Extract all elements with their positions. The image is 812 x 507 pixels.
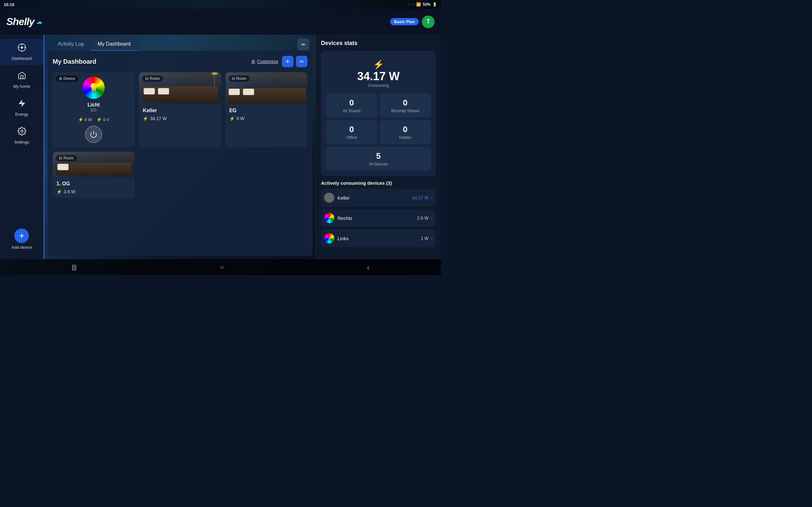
licht-power-button[interactable] (85, 126, 102, 143)
eg-power-icon: ⚡ (229, 116, 235, 121)
keller-badge: ⊟ Room (142, 75, 163, 82)
menu-icon: ||| (72, 264, 77, 271)
licht-power: 0 W (85, 117, 92, 122)
room-icon-eg-badge: ⊟ (232, 76, 235, 81)
stat-box-recently-shared: 0 Recently Shared (380, 94, 431, 118)
logo-text: Shelly (6, 16, 34, 27)
room-icon-1og-badge: ⊟ (59, 156, 62, 160)
stat-box-hidden: 0 Hidden (380, 120, 431, 144)
tab-activity-log[interactable]: Activity Log (51, 38, 91, 51)
licht-voltage-stat: ⚡ 0 V (96, 117, 109, 122)
all-shared-label: All Shared (331, 109, 373, 113)
svg-point-1 (20, 47, 23, 49)
customize-button[interactable]: ⚙ Customize (251, 59, 278, 64)
eg-name: EG (229, 108, 304, 113)
1og-badge: ⊟ Room (56, 155, 77, 161)
card-eg[interactable]: ⊟ Room EG ⚡ 0 W (225, 72, 307, 147)
sidebar-item-settings[interactable]: Settings (0, 122, 44, 149)
recently-shared-value: 0 (384, 98, 426, 108)
pillow-left (144, 88, 155, 95)
edit-icon: ✏ (300, 59, 304, 65)
device-list-item-keller[interactable]: Keller 34.17 W › (321, 189, 436, 207)
keller-card-inner: Keller ⚡ 34.17 W (139, 104, 221, 125)
eg-pillow-1 (229, 89, 240, 95)
sidebar-label-settings: Settings (14, 140, 29, 145)
dashboard-header: My Dashboard ⚙ Customize + ✏ (53, 56, 307, 67)
logo: Shelly ☁ (6, 16, 42, 27)
stat-box-offline: 0 Offline (326, 120, 377, 144)
eg-power: ⚡ 0 W (229, 116, 304, 121)
1og-power-value: 3.6 W (64, 189, 75, 194)
sidebar-item-dashboard[interactable]: Dashboard (0, 39, 44, 65)
licht-stats: ⚡ 0 W ⚡ 0 V (78, 117, 109, 122)
keller-power: ⚡ 34.17 W (143, 116, 217, 121)
eg-card-inner: EG ⚡ 0 W (225, 104, 307, 125)
back-icon: ‹ (367, 264, 369, 271)
tab-edit-button[interactable]: ✏ (297, 38, 309, 50)
power-lightning-icon: ⚡ (373, 59, 384, 70)
dashboard-panel: My Dashboard ⚙ Customize + ✏ ⊞ Device (48, 51, 312, 256)
basic-plan-badge[interactable]: Basic Plan (390, 18, 419, 25)
device-list-item-rechts[interactable]: Rechts 2.6 W › (321, 209, 436, 227)
1og-power-icon: ⚡ (56, 189, 62, 194)
nav-back-button[interactable]: ‹ (357, 261, 379, 274)
nav-menu-button[interactable]: ||| (62, 261, 86, 274)
tab-my-dashboard[interactable]: My Dashboard (91, 38, 138, 51)
sliders-icon: ⚙ (251, 59, 255, 64)
licht-name: Licht (88, 102, 100, 108)
tabs-bar: Activity Log My Dashboard ✏ (44, 35, 316, 51)
status-right: 📶 52% 🔋 (416, 2, 437, 7)
sidebar-item-energy[interactable]: Energy (0, 95, 44, 121)
settings-icon (17, 127, 26, 138)
edit-card-button[interactable]: ✏ (296, 56, 307, 67)
plus-icon: + (286, 57, 290, 66)
user-avatar[interactable]: T (422, 15, 435, 28)
rechts-device-icon (324, 213, 334, 223)
sidebar-item-my-home[interactable]: My home (0, 66, 44, 93)
right-panel-title: Devices stats (321, 40, 436, 47)
circle-icon: ○ (220, 264, 223, 271)
links-device-icon (324, 233, 334, 243)
cards-grid: ⊞ Device 💡 Licht EG ⚡ 0 W (53, 72, 307, 198)
stat-box-all-shared: 0 All Shared (326, 94, 377, 118)
all-shared-value: 0 (331, 98, 373, 108)
room-icon-badge: ⊟ (145, 76, 148, 81)
nav-home-button[interactable]: ○ (210, 261, 233, 274)
links-chevron-icon: › (431, 236, 433, 241)
links-device-power: 1 W (420, 236, 428, 241)
home-icon (17, 71, 26, 82)
device-list-item-links[interactable]: Links 1 W › (321, 229, 436, 247)
1og-power: ⚡ 3.6 W (56, 189, 131, 194)
eg-pillow-2 (243, 89, 254, 95)
1og-name: 1. OG (56, 181, 131, 187)
all-devices-box: 5 All Devices (326, 147, 431, 171)
status-time: 15:15 (4, 2, 14, 7)
licht-badge: ⊞ Device (56, 75, 78, 82)
keller-name: Keller (143, 108, 217, 113)
power-value: 34.17 W (357, 70, 400, 83)
keller-device-name: Keller (338, 195, 412, 201)
card-1og[interactable]: ⊟ Room 1. OG ⚡ 3.6 W (53, 152, 135, 198)
card-licht[interactable]: ⊞ Device 💡 Licht EG ⚡ 0 W (53, 72, 135, 147)
rechts-chevron-icon: › (431, 216, 433, 221)
licht-voltage: 0 V (103, 117, 109, 122)
links-device-name: Links (338, 236, 420, 241)
offline-label: Offline (331, 135, 373, 140)
1og-card-inner: 1. OG ⚡ 3.6 W (53, 177, 135, 198)
cloud-icon: ☁ (36, 18, 42, 25)
keller-device-power: 34.17 W (412, 195, 428, 200)
wifi-icon: 📶 (416, 2, 421, 7)
battery-icon: 🔋 (432, 2, 437, 7)
sidebar-add-device[interactable]: + Add device (8, 225, 35, 253)
pillow-right (158, 88, 169, 95)
licht-icon-wrapper: 💡 (83, 77, 105, 99)
dashboard-title: My Dashboard (53, 58, 251, 65)
card-keller[interactable]: ⊟ Room Keller ⚡ 34.17 W (139, 72, 221, 147)
sidebar-label-add-device: Add device (11, 245, 32, 250)
1og-pillow (57, 164, 68, 170)
battery-level: 52% (423, 2, 430, 7)
device-icon-badge: ⊞ (59, 76, 62, 81)
app-header: Shelly ☁ Basic Plan T (0, 9, 441, 35)
add-card-button[interactable]: + (282, 56, 293, 67)
hidden-label: Hidden (384, 135, 426, 140)
